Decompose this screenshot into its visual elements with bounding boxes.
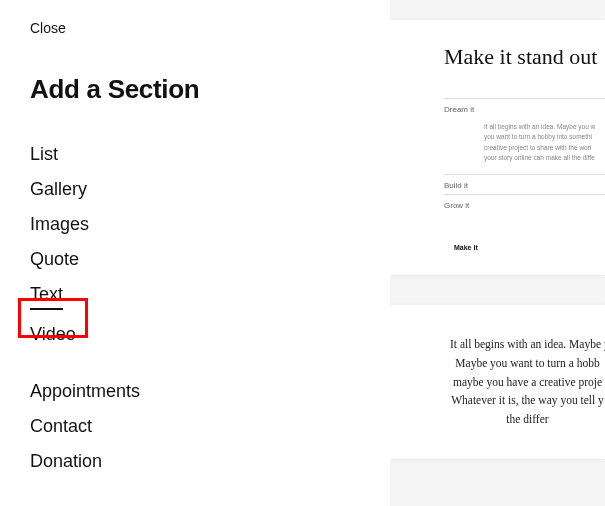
category-donation[interactable]: Donation: [30, 444, 102, 479]
category-gallery[interactable]: Gallery: [30, 172, 87, 207]
category-appointments[interactable]: Appointments: [30, 374, 140, 409]
panel-title: Add a Section: [30, 74, 360, 105]
preview-button: Make it: [454, 244, 605, 251]
close-button[interactable]: Close: [30, 18, 66, 38]
preview-title: Make it stand out: [444, 44, 605, 70]
preview-column: Make it stand out Dream it It all begins…: [390, 0, 605, 506]
category-images[interactable]: Images: [30, 207, 89, 242]
category-contact[interactable]: Contact: [30, 409, 92, 444]
preview-card-accordion[interactable]: Make it stand out Dream it It all begins…: [390, 20, 605, 275]
category-text[interactable]: Text: [30, 277, 63, 317]
category-video[interactable]: Video: [30, 317, 76, 352]
category-list[interactable]: List: [30, 137, 58, 172]
accordion-header-grow: Grow it: [444, 194, 605, 214]
category-quote[interactable]: Quote: [30, 242, 79, 277]
preview-body-text: It all begins with an idea. Maybe y Mayb…: [450, 335, 605, 430]
accordion-header-dream: Dream it: [444, 98, 605, 118]
category-list: List Gallery Images Quote Text Video App…: [30, 137, 360, 479]
section-picker-panel: Close Add a Section List Gallery Images …: [0, 0, 390, 506]
accordion-header-build: Build it: [444, 174, 605, 194]
accordion-body: It all begins with an idea. Maybe you w …: [444, 118, 605, 174]
preview-card-text[interactable]: It all begins with an idea. Maybe y Mayb…: [390, 305, 605, 460]
